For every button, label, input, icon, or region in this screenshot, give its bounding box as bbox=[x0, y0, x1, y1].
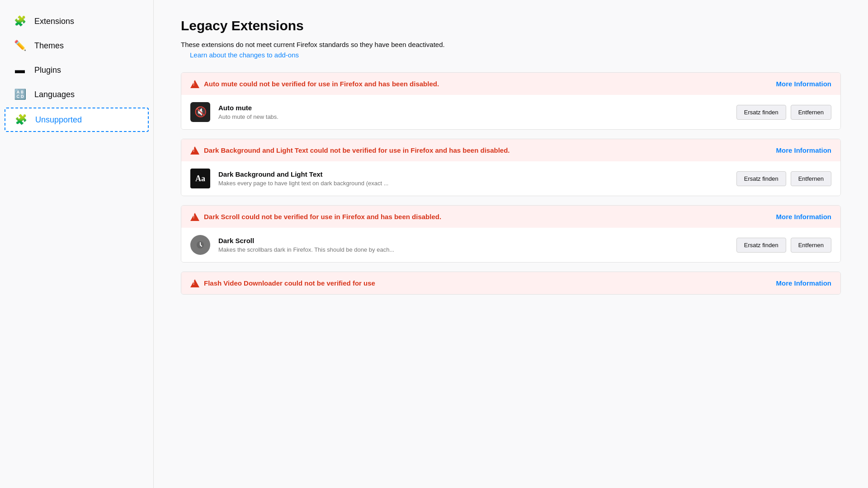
ext-details-dark-scroll: Dark Scroll Makes the scrollbars dark in… bbox=[218, 237, 728, 253]
page-title: Legacy Extensions bbox=[181, 18, 841, 33]
themes-icon: ✏️ bbox=[14, 40, 26, 52]
ext-desc: Auto mute of new tabs. bbox=[218, 113, 728, 120]
learn-more-link[interactable]: Learn about the changes to add-ons bbox=[190, 51, 299, 59]
warning-triangle-icon bbox=[190, 279, 199, 287]
more-info-link-flash-video[interactable]: More Information bbox=[776, 279, 832, 287]
sidebar-item-themes[interactable]: ✏️ Themes bbox=[0, 33, 153, 58]
sidebar-item-label: Languages bbox=[34, 90, 75, 99]
extensions-icon: 🧩 bbox=[14, 15, 26, 27]
card-body-auto-mute: 🔇 Auto mute Auto mute of new tabs. Ersat… bbox=[181, 95, 840, 129]
warning-left: Flash Video Downloader could not be veri… bbox=[190, 278, 763, 288]
sidebar-item-label: Extensions bbox=[34, 17, 74, 26]
card-warning-dark-bg: Dark Background and Light Text could not… bbox=[181, 139, 840, 161]
warning-left: Dark Background and Light Text could not… bbox=[190, 145, 763, 155]
entfernen-button-dark-scroll[interactable]: Entfernen bbox=[791, 238, 831, 253]
sidebar-item-languages[interactable]: 🔠 Languages bbox=[0, 82, 153, 107]
ext-desc: Makes the scrollbars dark in Firefox. Th… bbox=[218, 246, 728, 253]
sidebar-item-label: Plugins bbox=[34, 66, 61, 75]
extension-card-dark-scroll: Dark Scroll could not be verified for us… bbox=[181, 205, 841, 263]
card-warning-flash-video: Flash Video Downloader could not be veri… bbox=[181, 272, 840, 294]
card-body-dark-bg: Aa Dark Background and Light Text Makes … bbox=[181, 161, 840, 196]
entfernen-button-dark-bg[interactable]: Entfernen bbox=[791, 171, 831, 186]
sidebar-item-label: Themes bbox=[34, 41, 64, 51]
more-info-link-dark-scroll[interactable]: More Information bbox=[776, 213, 832, 221]
warning-triangle-icon bbox=[190, 213, 199, 221]
page-subtitle: These extensions do not meet current Fir… bbox=[181, 41, 841, 48]
languages-icon: 🔠 bbox=[14, 89, 26, 100]
warning-left: Dark Scroll could not be verified for us… bbox=[190, 212, 763, 221]
ersatz-button-dark-bg[interactable]: Ersatz finden bbox=[736, 171, 786, 186]
sidebar: 🧩 Extensions ✏️ Themes ▬ Plugins 🔠 Langu… bbox=[0, 0, 154, 488]
entfernen-button-auto-mute[interactable]: Entfernen bbox=[791, 105, 831, 120]
plugins-icon: ▬ bbox=[14, 64, 26, 76]
warning-left: Auto mute could not be verified for use … bbox=[190, 79, 763, 89]
subtitle-text: These extensions do not meet current Fir… bbox=[181, 41, 445, 48]
sidebar-item-plugins[interactable]: ▬ Plugins bbox=[0, 58, 153, 82]
ext-name: Dark Background and Light Text bbox=[218, 170, 728, 178]
more-info-link-auto-mute[interactable]: More Information bbox=[776, 80, 832, 88]
warning-text: Dark Scroll could not be verified for us… bbox=[204, 212, 441, 221]
ext-details-dark-bg: Dark Background and Light Text Makes eve… bbox=[218, 170, 728, 187]
card-actions-dark-scroll: Ersatz finden Entfernen bbox=[736, 238, 831, 253]
ext-name: Dark Scroll bbox=[218, 237, 728, 244]
sidebar-item-unsupported[interactable]: 🧩 Unsupported bbox=[5, 108, 149, 132]
ext-name: Auto mute bbox=[218, 104, 728, 112]
sidebar-item-extensions[interactable]: 🧩 Extensions bbox=[0, 9, 153, 33]
ext-icon-dark-scroll bbox=[190, 235, 210, 255]
ext-details-auto-mute: Auto mute Auto mute of new tabs. bbox=[218, 104, 728, 120]
ext-desc: Makes every page to have light text on d… bbox=[218, 180, 728, 187]
ext-icon-auto-mute: 🔇 bbox=[190, 102, 210, 122]
ersatz-button-dark-scroll[interactable]: Ersatz finden bbox=[736, 238, 786, 253]
extension-card-dark-bg: Dark Background and Light Text could not… bbox=[181, 139, 841, 196]
card-warning-auto-mute: Auto mute could not be verified for use … bbox=[181, 73, 840, 95]
warning-triangle-icon bbox=[190, 80, 199, 88]
sidebar-item-label: Unsupported bbox=[35, 115, 82, 125]
ersatz-button-auto-mute[interactable]: Ersatz finden bbox=[736, 105, 786, 120]
main-content: Legacy Extensions These extensions do no… bbox=[154, 0, 868, 488]
warning-text: Auto mute could not be verified for use … bbox=[204, 79, 439, 89]
extension-card-auto-mute: Auto mute could not be verified for use … bbox=[181, 72, 841, 130]
card-body-dark-scroll: Dark Scroll Makes the scrollbars dark in… bbox=[181, 228, 840, 262]
more-info-link-dark-bg[interactable]: More Information bbox=[776, 146, 832, 154]
warning-text: Dark Background and Light Text could not… bbox=[204, 145, 510, 155]
card-actions-auto-mute: Ersatz finden Entfernen bbox=[736, 105, 831, 120]
warning-text: Flash Video Downloader could not be veri… bbox=[204, 278, 375, 288]
card-actions-dark-bg: Ersatz finden Entfernen bbox=[736, 171, 831, 186]
ext-icon-dark-bg: Aa bbox=[190, 169, 210, 188]
extension-card-flash-video: Flash Video Downloader could not be veri… bbox=[181, 272, 841, 295]
unsupported-icon: 🧩 bbox=[14, 114, 27, 126]
warning-triangle-icon bbox=[190, 146, 199, 155]
card-warning-dark-scroll: Dark Scroll could not be verified for us… bbox=[181, 206, 840, 228]
